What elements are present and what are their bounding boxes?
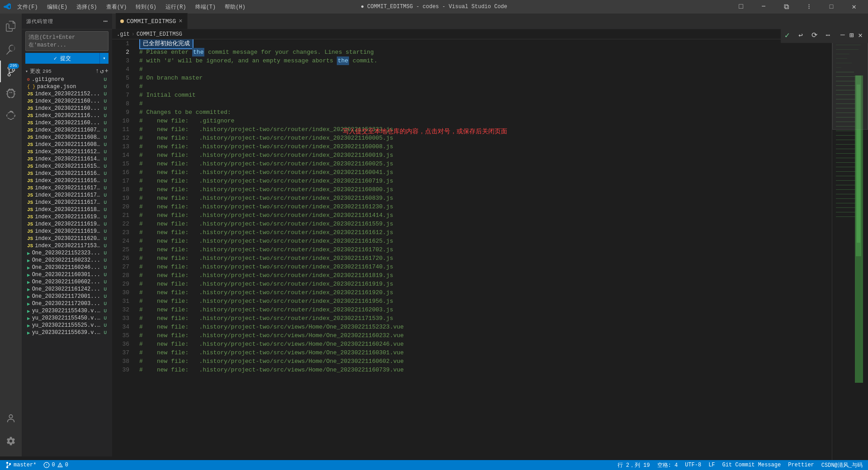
- activity-account[interactable]: [0, 408, 22, 429]
- file-item-vue8[interactable]: ▶ One_20230221172003... U: [25, 300, 108, 307]
- breadcrumb-git[interactable]: .git: [117, 31, 130, 38]
- file-item-js22[interactable]: JS index_2023022117153... U: [25, 242, 108, 249]
- file-item-vue2[interactable]: ▶ One_20230221160232... U: [25, 257, 108, 264]
- more-actions-button[interactable]: ⋯: [821, 29, 834, 42]
- menu-file[interactable]: 文件(F): [14, 3, 41, 11]
- titlebar-layout-btn[interactable]: □: [731, 0, 751, 14]
- titlebar-restore-btn[interactable]: ⧉: [776, 0, 797, 14]
- activity-search[interactable]: [0, 39, 22, 61]
- close-panel-btn[interactable]: ✕: [856, 31, 864, 40]
- code-line-27: # new file: .history/project-two/src/rou…: [139, 263, 832, 271]
- status-encoding[interactable]: UTF-8: [681, 460, 705, 470]
- breadcrumb-file[interactable]: COMMIT_EDITMSG: [137, 31, 182, 38]
- file-item-js2[interactable]: JS index_20230221160... U: [25, 98, 108, 105]
- status-branch[interactable]: master*: [2, 460, 40, 470]
- code-line-26: # new file: .history/project-two/src/rou…: [139, 254, 832, 263]
- undo-button[interactable]: ↩: [794, 29, 807, 42]
- file-item-vue11[interactable]: ▶ yu_20230221155525.v... U: [25, 322, 108, 329]
- file-item-vue1[interactable]: ▶ One_20230221152323... U: [25, 249, 108, 257]
- menu-run[interactable]: 运行(R): [163, 3, 189, 11]
- line-num-9: 9: [112, 108, 129, 117]
- branch-icon: [5, 462, 12, 468]
- file-item-vue5[interactable]: ▶ One_20230221160602... U: [25, 278, 108, 286]
- titlebar-close-btn[interactable]: ✕: [844, 0, 864, 14]
- file-item-js4[interactable]: JS index_20230221116... U: [25, 112, 108, 119]
- menu-help[interactable]: 帮助(H): [222, 3, 248, 11]
- menu-view[interactable]: 查看(V): [104, 3, 130, 11]
- refresh-button[interactable]: ⟳: [808, 29, 821, 42]
- file-item-js5[interactable]: JS index_20230221160... U: [25, 119, 108, 127]
- discard-all-icon[interactable]: ↺: [100, 67, 104, 75]
- minimize-panel-btn[interactable]: ─: [839, 31, 847, 39]
- menu-edit[interactable]: 编辑(E): [44, 3, 71, 11]
- file-item-vue7[interactable]: ▶ One_20230221172001... U: [25, 293, 108, 300]
- file-item-js11[interactable]: JS index_20230221116155... U: [25, 163, 108, 170]
- file-item-js15[interactable]: JS index_20230221116172... U: [25, 192, 108, 199]
- file-item-vue9[interactable]: ▶ yu_20230221155430.v... U: [25, 307, 108, 315]
- titlebar-max-btn[interactable]: □: [821, 0, 842, 14]
- menu-select[interactable]: 选择(S): [74, 3, 100, 11]
- file-item-js6[interactable]: JS index_20230221116071... U: [25, 127, 108, 134]
- activity-debug[interactable]: [0, 82, 22, 104]
- titlebar-layout2-btn[interactable]: ⁝: [798, 0, 819, 14]
- line-num-22: 22: [112, 220, 129, 228]
- status-csdn[interactable]: CSDN@清风_与码: [818, 460, 866, 470]
- file-item-js14[interactable]: JS index_20230221116170... U: [25, 184, 108, 192]
- stage-all-icon[interactable]: ↑: [95, 67, 99, 75]
- file-item-gitignore[interactable]: ⚙ .gitignore U: [25, 76, 108, 83]
- file-item-js10[interactable]: JS index_20230221116141... U: [25, 155, 108, 163]
- tab-close-icon[interactable]: ×: [179, 18, 182, 25]
- minimap-slider[interactable]: [832, 39, 868, 130]
- minimap[interactable]: [832, 39, 868, 470]
- sidebar-ellipsis-icon[interactable]: ⋯: [103, 17, 108, 26]
- file-item-vue4[interactable]: ▶ One_20230221160301... U: [25, 271, 108, 278]
- activity-settings[interactable]: [0, 430, 22, 452]
- status-errors[interactable]: 0 0: [40, 460, 71, 470]
- file-item-js13[interactable]: JS index_20230221116162... U: [25, 177, 108, 184]
- code-area[interactable]: 已全部初始化完成 # Please enter the commit messa…: [135, 39, 832, 470]
- window-title: ● COMMIT_EDITMSG - codes - Visual Studio…: [361, 4, 507, 10]
- add-icon[interactable]: +: [105, 67, 108, 75]
- status-position[interactable]: 行 2，列 19: [614, 460, 654, 470]
- file-item-js21[interactable]: JS index_20230221116200... U: [25, 235, 108, 242]
- code-line-22: # new file: .history/project-two/src/rou…: [139, 220, 832, 228]
- code-line-15: # new file: .history/project-two/src/rou…: [139, 160, 832, 168]
- line-num-13: 13: [112, 142, 129, 151]
- file-item-js19[interactable]: JS index_20230221116192... U: [25, 221, 108, 228]
- file-item-vue6[interactable]: ▶ One_20230221161242... U: [25, 286, 108, 293]
- file-item-js9[interactable]: JS index_20230221116123... U: [25, 148, 108, 155]
- status-language[interactable]: Git Commit Message: [719, 460, 785, 470]
- accept-commit-button[interactable]: ✓: [781, 29, 793, 42]
- file-item-js17[interactable]: JS index_20230221116181... U: [25, 206, 108, 213]
- file-item-js16[interactable]: JS index_20230221116174... U: [25, 199, 108, 206]
- file-item-js18[interactable]: JS index_20230221116191... U: [25, 213, 108, 221]
- file-item-js3[interactable]: JS index_20230221160... U: [25, 105, 108, 112]
- file-item-vue10[interactable]: ▶ yu_20230221155450.v... U: [25, 315, 108, 322]
- line-num-31: 31: [112, 297, 129, 306]
- activity-extensions[interactable]: [0, 104, 22, 126]
- titlebar-min-btn[interactable]: −: [753, 0, 774, 14]
- code-line-36: # new file: .history/project-two/src/vie…: [139, 340, 832, 348]
- source-control-badge: 295: [8, 63, 19, 69]
- menu-goto[interactable]: 转到(G): [133, 3, 159, 11]
- commit-message-input[interactable]: 消息(Ctrl+Enter 在'master...: [25, 31, 108, 51]
- tab-commit-editmsg[interactable]: COMMIT_EDITMSG ×: [116, 13, 188, 29]
- status-line-ending[interactable]: LF: [705, 460, 718, 470]
- commit-dropdown-arrow[interactable]: ▾: [99, 53, 108, 64]
- commit-button[interactable]: ✓ 提交: [25, 53, 99, 64]
- file-item-js12[interactable]: JS index_20230221116161... U: [25, 170, 108, 177]
- file-item-js8[interactable]: JS index_20230221116083... U: [25, 141, 108, 148]
- restore-panel-btn[interactable]: ⊞: [848, 31, 856, 40]
- file-item-vue12[interactable]: ▶ yu_20230221155639.v... U: [25, 329, 108, 336]
- file-item-js7[interactable]: JS index_20230221116080... U: [25, 134, 108, 141]
- status-prettier[interactable]: Prettier: [784, 460, 818, 470]
- changes-header[interactable]: ▾ 更改 295 ↑ ↺ +: [25, 66, 108, 76]
- activity-explorer[interactable]: [0, 15, 22, 37]
- status-spaces[interactable]: 空格: 4: [654, 460, 682, 470]
- file-item-js1[interactable]: JS index_20230221152... U: [25, 90, 108, 98]
- activity-source-control[interactable]: 295: [0, 61, 22, 82]
- file-item-packagejson[interactable]: { } package.json U: [25, 83, 108, 90]
- menu-terminal[interactable]: 终端(T): [193, 3, 219, 11]
- file-item-js20[interactable]: JS index_20230221116195... U: [25, 228, 108, 235]
- file-item-vue3[interactable]: ▶ One_20230221160246... U: [25, 264, 108, 271]
